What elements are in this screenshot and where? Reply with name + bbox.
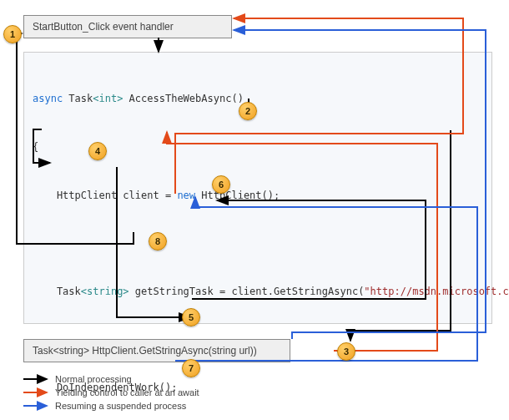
box-handler-label: StartButton_Click event handler [33, 21, 174, 33]
box-handler: StartButton_Click event handler [23, 15, 232, 38]
step-6: 6 [212, 175, 230, 194]
step-5: 5 [182, 308, 200, 326]
legend-yield: Yielding control to caller at an await [23, 387, 199, 397]
box-getstring: Task<string> HttpClient.GetStringAsync(s… [23, 339, 290, 362]
step-2: 2 [239, 102, 257, 120]
legend-arrow-normal [23, 374, 50, 384]
step-1: 1 [3, 25, 22, 43]
legend-arrow-yield [23, 387, 50, 397]
step-3: 3 [337, 342, 355, 361]
legend-normal-label: Normal processing [55, 374, 132, 384]
legend-yield-label: Yielding control to caller at an await [55, 387, 199, 397]
legend: Normal processing Yielding control to ca… [23, 374, 199, 414]
legend-resume-label: Resuming a suspended process [55, 401, 186, 411]
diagram-canvas: StartButton_Click event handler async Ta… [0, 0, 509, 420]
legend-arrow-resume [23, 401, 50, 411]
box-getstring-label: Task<string> HttpClient.GetStringAsync(s… [33, 345, 257, 357]
legend-resume: Resuming a suspended process [23, 401, 199, 411]
step-7: 7 [182, 359, 200, 377]
step-8: 8 [149, 232, 167, 250]
step-4: 4 [88, 142, 107, 160]
legend-normal: Normal processing [23, 374, 199, 384]
code-block: async Task<int> AccessTheWebAsync() { Ht… [23, 52, 492, 324]
